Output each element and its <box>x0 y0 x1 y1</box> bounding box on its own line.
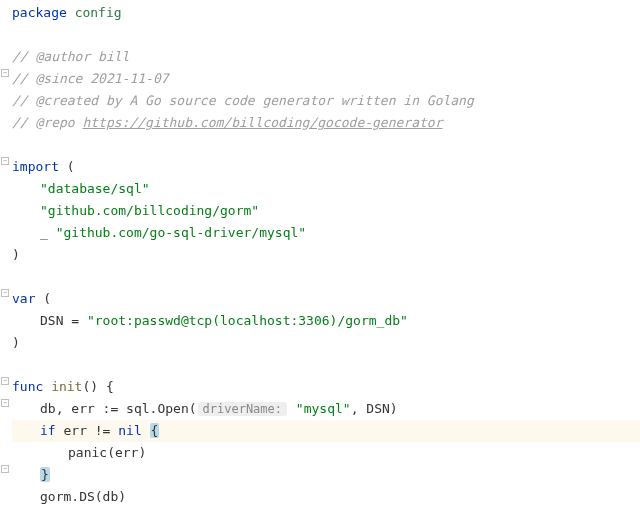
fold-marker[interactable]: − <box>1 465 9 473</box>
repo-link[interactable]: https://github.com/billcoding/gocode-gen… <box>82 115 442 130</box>
string-literal: "mysql" <box>288 401 351 416</box>
fold-marker[interactable]: − <box>1 157 9 165</box>
code-line[interactable]: // @author bill <box>12 46 640 68</box>
equals: = <box>63 313 86 328</box>
matched-brace: { <box>150 423 160 438</box>
code-line[interactable]: "github.com/billcoding/gorm" <box>12 200 640 222</box>
keyword-import: import <box>12 159 59 174</box>
code-text: err != <box>56 423 119 438</box>
code-line[interactable]: func init() { <box>12 376 640 398</box>
fold-marker[interactable]: − <box>1 289 9 297</box>
code-line[interactable]: import ( <box>12 156 640 178</box>
func-name: init <box>51 379 82 394</box>
fold-marker[interactable]: − <box>1 399 9 407</box>
code-line[interactable]: } <box>12 464 640 486</box>
code-line[interactable]: _ "github.com/go-sql-driver/mysql" <box>12 222 640 244</box>
keyword-if: if <box>40 423 56 438</box>
package-name: config <box>75 5 122 20</box>
code-line[interactable]: panic(err) <box>12 442 640 464</box>
code-line[interactable]: "database/sql" <box>12 178 640 200</box>
code-line[interactable]: // @created by A Go source code generato… <box>12 90 640 112</box>
comment-prefix: // @repo <box>12 115 82 130</box>
var-name: DSN <box>40 313 63 328</box>
string-literal: "root:passwd@tcp(localhost:3306)/gorm_db… <box>87 313 408 328</box>
code-line-highlighted[interactable]: if err != nil { <box>12 420 640 442</box>
code-line[interactable]: ) <box>12 244 640 266</box>
code-line[interactable]: // @repo https://github.com/billcoding/g… <box>12 112 640 134</box>
func-signature: () { <box>82 379 113 394</box>
code-line[interactable]: ) <box>12 332 640 354</box>
comment: // @created by A Go source code generato… <box>12 93 474 108</box>
code-line[interactable]: DSN = "root:passwd@tcp(localhost:3306)/g… <box>12 310 640 332</box>
code-line[interactable]: package config <box>12 2 640 24</box>
paren: ) <box>12 335 20 350</box>
comment: // @repo https://github.com/billcoding/g… <box>12 115 442 130</box>
paren: ) <box>12 247 20 262</box>
blank-line <box>12 134 640 156</box>
keyword-var: var <box>12 291 35 306</box>
blank-line <box>12 266 640 288</box>
blank-identifier: _ <box>40 225 48 240</box>
space <box>142 423 150 438</box>
fold-marker[interactable]: − <box>1 69 9 77</box>
import-string: "github.com/billcoding/gorm" <box>40 203 259 218</box>
code-line[interactable]: db, err := sql.Open(driverName: "mysql",… <box>12 398 640 420</box>
comment: // @since 2021-11-07 <box>12 71 169 86</box>
matched-brace: } <box>40 467 50 482</box>
code-text: db, err := sql.Open( <box>40 401 197 416</box>
code-line[interactable]: // @since 2021-11-07 <box>12 68 640 90</box>
code-line[interactable]: gorm.DS(db) <box>12 486 640 507</box>
import-string: "github.com/go-sql-driver/mysql" <box>56 225 306 240</box>
paren: ( <box>43 291 51 306</box>
blank-line <box>12 354 640 376</box>
keyword-nil: nil <box>118 423 141 438</box>
code-text: , DSN) <box>351 401 398 416</box>
code-body[interactable]: package config // @author bill // @since… <box>12 2 640 507</box>
comment: // @author bill <box>12 49 129 64</box>
paren: ( <box>67 159 75 174</box>
import-string: "database/sql" <box>40 181 150 196</box>
keyword-func: func <box>12 379 43 394</box>
parameter-hint: driverName: <box>198 402 287 416</box>
code-text: gorm.DS(db) <box>40 489 126 504</box>
code-editor[interactable]: − − − − − − package config // @author bi… <box>0 0 640 507</box>
code-text: (err) <box>107 445 146 460</box>
code-text: panic <box>68 445 107 460</box>
fold-marker[interactable]: − <box>1 377 9 385</box>
keyword-package: package <box>12 5 67 20</box>
gutter: − − − − − − <box>0 0 8 507</box>
code-line[interactable]: var ( <box>12 288 640 310</box>
blank-line <box>12 24 640 46</box>
